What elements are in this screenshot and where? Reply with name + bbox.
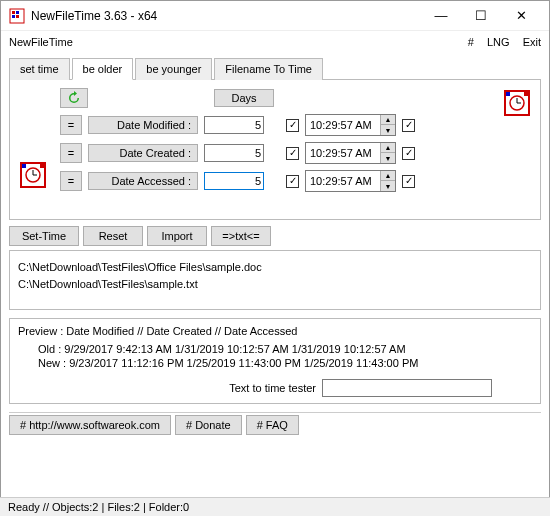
preview-header: Preview : Date Modified // Date Created … <box>18 325 532 337</box>
days-input[interactable] <box>204 116 264 134</box>
app-menu[interactable]: NewFileTime <box>9 36 73 48</box>
refresh-button[interactable] <box>60 88 88 108</box>
site-link[interactable]: # http://www.softwareok.com <box>9 415 171 435</box>
lng-menu[interactable]: LNG <box>487 36 510 48</box>
import-button[interactable]: Import <box>147 226 207 246</box>
titlebar: NewFileTime 3.63 - x64 — ☐ ✕ <box>1 1 549 31</box>
donate-link[interactable]: # Donate <box>175 415 242 435</box>
window-title: NewFileTime 3.63 - x64 <box>31 9 421 23</box>
action-row: Set-Time Reset Import =>txt<= <box>9 226 541 246</box>
date-label: Date Modified : <box>88 116 198 134</box>
svg-rect-16 <box>40 164 44 168</box>
spin-down[interactable]: ▼ <box>381 125 395 135</box>
tab-be-older[interactable]: be older <box>72 58 134 80</box>
tab-filename-to-time[interactable]: Filename To Time <box>214 58 323 80</box>
time-checkbox[interactable]: ✓ <box>286 119 299 132</box>
row-checkbox[interactable]: ✓ <box>402 147 415 160</box>
time-input[interactable] <box>306 171 380 191</box>
days-input[interactable] <box>204 172 264 190</box>
tab-panel: Days = Date Modified : ✓ ▲▼ ✓ = Date Cre… <box>9 80 541 220</box>
svg-rect-4 <box>16 15 19 18</box>
refresh-icon <box>67 91 81 105</box>
days-input[interactable] <box>204 144 264 162</box>
spin-up[interactable]: ▲ <box>381 143 395 153</box>
clock-icon-left[interactable] <box>20 162 46 188</box>
tabs: set time be older be younger Filename To… <box>9 57 541 80</box>
exit-menu[interactable]: Exit <box>523 36 541 48</box>
tab-set-time[interactable]: set time <box>9 58 70 80</box>
tab-be-younger[interactable]: be younger <box>135 58 212 80</box>
eq-button[interactable]: = <box>60 115 82 135</box>
clock-icon-right[interactable] <box>504 90 530 116</box>
eq-button[interactable]: = <box>60 143 82 163</box>
preview-block: Preview : Date Modified // Date Created … <box>9 318 541 404</box>
spin-up[interactable]: ▲ <box>381 115 395 125</box>
time-field[interactable]: ▲▼ <box>305 142 396 164</box>
faq-link[interactable]: # FAQ <box>246 415 299 435</box>
spin-up[interactable]: ▲ <box>381 171 395 181</box>
spin-down[interactable]: ▼ <box>381 153 395 163</box>
svg-rect-2 <box>16 11 19 14</box>
hash-menu[interactable]: # <box>468 36 474 48</box>
statusbar: Ready // Objects:2 | Files:2 | Folder:0 <box>0 497 550 516</box>
app-icon <box>9 8 25 24</box>
date-label: Date Created : <box>88 144 198 162</box>
tester-input[interactable] <box>322 379 492 397</box>
file-list[interactable]: C:\NetDownload\TestFiles\Office Files\sa… <box>9 250 541 310</box>
maximize-button[interactable]: ☐ <box>461 1 501 31</box>
time-checkbox[interactable]: ✓ <box>286 147 299 160</box>
svg-rect-15 <box>22 164 26 168</box>
preview-old: Old : 9/29/2017 9:42:13 AM 1/31/2019 10:… <box>38 343 532 355</box>
time-input[interactable] <box>306 115 380 135</box>
row-checkbox[interactable]: ✓ <box>402 175 415 188</box>
set-time-button[interactable]: Set-Time <box>9 226 79 246</box>
list-item[interactable]: C:\NetDownload\TestFiles\Office Files\sa… <box>18 259 532 276</box>
links-row: # http://www.softwareok.com # Donate # F… <box>9 412 541 435</box>
row-checkbox[interactable]: ✓ <box>402 119 415 132</box>
eq-button[interactable]: = <box>60 171 82 191</box>
close-button[interactable]: ✕ <box>501 1 541 31</box>
time-input[interactable] <box>306 143 380 163</box>
spin-down[interactable]: ▼ <box>381 181 395 191</box>
svg-rect-1 <box>12 11 15 14</box>
menubar: NewFileTime # LNG Exit <box>1 31 549 53</box>
preview-new: New : 9/23/2017 11:12:16 PM 1/25/2019 11… <box>38 357 532 369</box>
days-header: Days <box>214 89 274 107</box>
reset-button[interactable]: Reset <box>83 226 143 246</box>
date-label: Date Accessed : <box>88 172 198 190</box>
svg-rect-3 <box>12 15 15 18</box>
time-checkbox[interactable]: ✓ <box>286 175 299 188</box>
svg-rect-10 <box>524 92 528 96</box>
tester-label: Text to time tester <box>229 382 316 394</box>
list-item[interactable]: C:\NetDownload\TestFiles\sample.txt <box>18 276 532 293</box>
svg-rect-9 <box>506 92 510 96</box>
time-field[interactable]: ▲▼ <box>305 114 396 136</box>
time-field[interactable]: ▲▼ <box>305 170 396 192</box>
export-txt-button[interactable]: =>txt<= <box>211 226 271 246</box>
minimize-button[interactable]: — <box>421 1 461 31</box>
